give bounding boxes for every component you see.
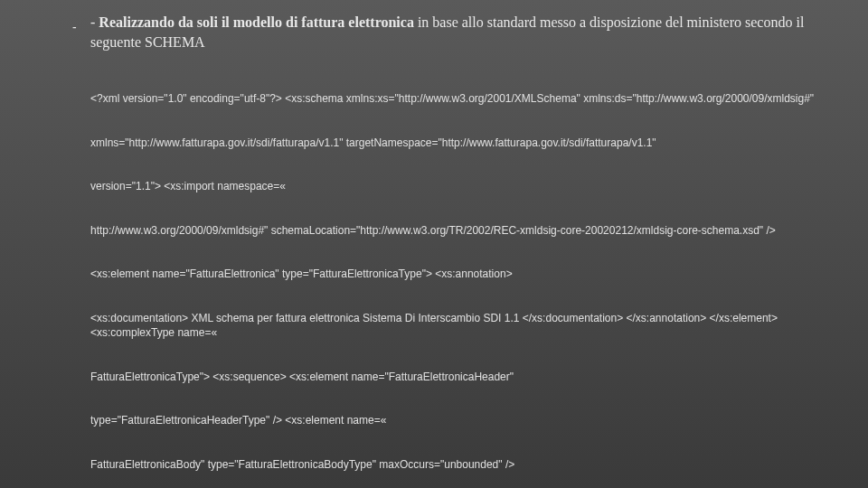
document-body: - Realizzando da soli il modello di fatt… [90,13,841,475]
code-line: FatturaElettronicaBody" type="FatturaEle… [90,457,841,472]
code-line: http://www.w3.org/2000/09/xmldsig#" sche… [90,223,841,238]
code-line: <xs:documentation> XML schema per fattur… [90,311,841,340]
code-line: FatturaElettronicaType"> <xs:sequence> <… [90,370,841,384]
bullet-dash: - [72,20,77,34]
code-line: xmlns="http://www.fatturapa.gov.it/sdi/f… [90,136,841,150]
code-block: <?xml version="1.0" encoding="utf-8"?> <… [90,62,841,488]
code-line: type="FatturaElettronicaHeaderType" /> <… [90,413,841,427]
code-line: <xs:element name="FatturaElettronica" ty… [90,267,841,281]
page-title: - Realizzando da soli il modello di fatt… [90,13,841,53]
title-prefix: - [90,14,99,30]
title-bold: Realizzando da soli il modello di fattur… [99,14,414,30]
code-line: version="1.1"> <xs:import namespace=« [90,179,841,193]
code-line: <?xml version="1.0" encoding="utf-8"?> <… [90,91,841,106]
